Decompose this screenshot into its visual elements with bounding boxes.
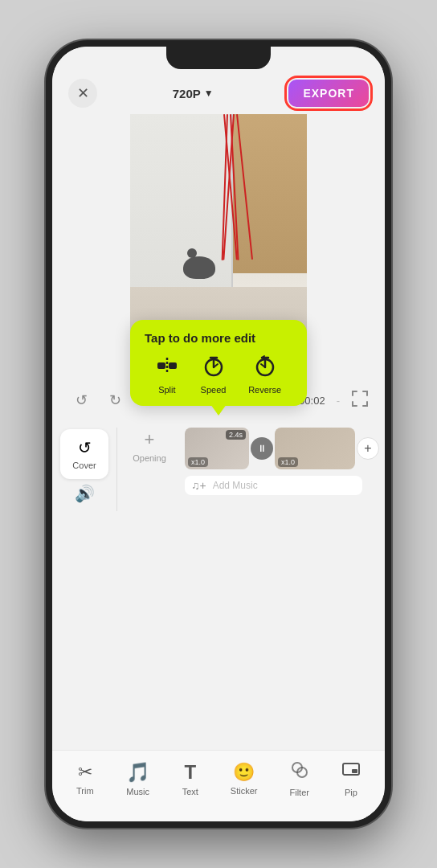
volume-button[interactable]: 🔊 — [75, 484, 95, 503]
notch — [166, 47, 271, 69]
split-icon — [156, 354, 178, 382]
add-clip-button[interactable]: + — [357, 437, 379, 460]
red-strands — [223, 114, 239, 260]
opening-label: Opening — [133, 453, 166, 463]
music-icon: 🎵 — [126, 761, 150, 784]
tooltip-title: Tap to do more edit — [145, 331, 292, 345]
trim-label: Trim — [76, 786, 94, 796]
close-icon: ✕ — [77, 84, 89, 102]
add-icon: + — [364, 441, 371, 456]
edit-tooltip-popup: Tap to do more edit Split — [130, 320, 307, 406]
resolution-label: 720P — [173, 87, 201, 100]
clip-1-duration-badge: 2.4s — [226, 430, 246, 440]
sticker-label: Sticker — [231, 786, 258, 796]
redo-button[interactable]: ↻ — [102, 387, 128, 413]
svg-rect-8 — [352, 769, 357, 773]
cover-button[interactable]: ↺ Cover — [60, 429, 108, 479]
video-track: 2.4s x1.0 ⏸ x1.0 + — [185, 428, 382, 469]
pip-icon — [341, 760, 361, 784]
filter-label: Filter — [289, 788, 308, 797]
cat — [183, 256, 215, 279]
bottom-toolbar: ✂ Trim 🎵 Music T Text 🙂 Sticker — [52, 750, 385, 821]
clip-2-speed-badge: x1.0 — [278, 457, 298, 467]
clip-2[interactable]: x1.0 — [275, 428, 355, 469]
cover-label: Cover — [72, 461, 96, 470]
sticker-icon: 🙂 — [233, 762, 255, 783]
scissors-icon: ✂ — [78, 762, 92, 783]
opening-plus-icon: + — [145, 429, 155, 450]
svg-rect-1 — [169, 362, 177, 369]
svg-rect-0 — [157, 362, 165, 369]
clip-1-speed-badge: x1.0 — [188, 457, 208, 467]
text-tool[interactable]: T Text — [182, 761, 198, 796]
opening-button[interactable]: + Opening — [133, 429, 166, 463]
text-label: Text — [182, 787, 198, 796]
timeline-area: ↺ Cover 🔊 + Opening — [52, 421, 385, 518]
phone-frame: ✕ 720P ▼ EXPORT — [46, 40, 391, 828]
split-label: Split — [158, 385, 175, 395]
speed-icon — [202, 354, 225, 382]
chevron-down-icon: ▼ — [204, 88, 214, 99]
music-tool[interactable]: 🎵 Music — [126, 761, 150, 796]
text-icon: T — [184, 761, 196, 784]
reverse-label: Reverse — [248, 385, 281, 395]
tooltip-actions: Split Speed — [145, 354, 292, 395]
music-note-icon: ♫+ — [191, 479, 206, 492]
close-button[interactable]: ✕ — [68, 79, 97, 108]
pip-label: Pip — [345, 788, 357, 797]
reverse-action[interactable]: Reverse — [248, 354, 281, 395]
fullscreen-button[interactable] — [351, 390, 369, 411]
undo-button[interactable]: ↺ — [68, 387, 94, 413]
timeline-left-controls: ↺ Cover 🔊 — [52, 421, 116, 518]
resolution-button[interactable]: 720P ▼ — [173, 87, 214, 100]
time-dash: - — [337, 395, 340, 407]
music-track[interactable]: ♫+ Add Music — [185, 476, 362, 495]
fullscreen-icon — [351, 395, 369, 411]
undo-icon: ↺ — [76, 391, 88, 409]
split-action[interactable]: Split — [156, 354, 178, 395]
music-label: Music — [126, 787, 149, 796]
timeline-middle-controls: + Opening — [117, 421, 182, 518]
export-button-wrapper: EXPORT — [288, 80, 369, 107]
volume-icon: 🔊 — [75, 485, 95, 502]
pause-icon: ⏸ — [257, 443, 267, 454]
sticker-tool[interactable]: 🙂 Sticker — [231, 762, 258, 796]
pip-tool[interactable]: Pip — [341, 760, 361, 797]
speed-label: Speed — [201, 385, 227, 395]
clip-1[interactable]: 2.4s x1.0 — [185, 428, 249, 469]
redo-icon: ↻ — [109, 391, 121, 409]
screen: ✕ 720P ▼ EXPORT — [52, 47, 385, 821]
trim-tool[interactable]: ✂ Trim — [76, 762, 94, 796]
filter-tool[interactable]: Filter — [289, 760, 308, 797]
export-button[interactable]: EXPORT — [288, 80, 369, 107]
filter-icon — [290, 760, 309, 784]
speed-action[interactable]: Speed — [201, 354, 227, 395]
reverse-icon — [254, 354, 276, 382]
cover-refresh-icon: ↺ — [78, 438, 92, 457]
timeline-tracks: 2.4s x1.0 ⏸ x1.0 + ♫+ A — [182, 421, 385, 518]
pause-track-button[interactable]: ⏸ — [251, 437, 273, 460]
add-music-label: Add Music — [213, 480, 258, 491]
